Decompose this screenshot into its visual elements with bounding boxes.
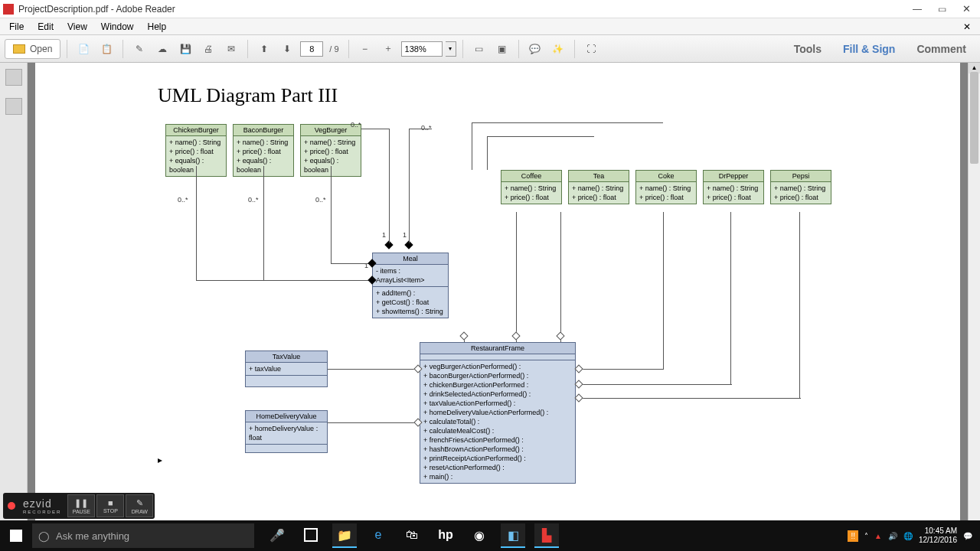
recorder-pause-button[interactable]: ❚❚PAUSE	[67, 494, 95, 517]
pdf-app-icon	[3, 4, 14, 15]
menu-window[interactable]: Window	[95, 20, 140, 34]
sign-icon[interactable]: ✎	[129, 39, 149, 59]
vertical-scrollbar[interactable]: ▲ ▼	[968, 63, 980, 551]
mic-icon[interactable]: 🎤	[265, 523, 289, 548]
cortana-search[interactable]: ◯ Ask me anything	[32, 523, 254, 548]
netbeans-icon[interactable]: ◧	[501, 523, 525, 548]
action-center-icon[interactable]: 💬	[963, 532, 972, 540]
open-button[interactable]: Open	[5, 39, 60, 59]
attachments-icon[interactable]	[5, 98, 22, 115]
save-icon[interactable]: 💾	[175, 39, 195, 59]
edge-icon[interactable]: e	[366, 523, 390, 548]
window-title: ProjectDescription.pdf - Adobe Reader	[18, 4, 906, 15]
search-placeholder: Ask me anything	[56, 530, 129, 542]
zoom-out-icon[interactable]: −	[355, 39, 375, 59]
page-total: / 9	[329, 44, 338, 54]
print-icon[interactable]: 🖨	[198, 39, 218, 59]
recording-indicator-icon	[8, 502, 15, 510]
ezvid-recorder-overlay: ezvid RECORDER ❚❚PAUSE ■STOP ✎DRAW	[3, 493, 155, 519]
hp-icon[interactable]: hp	[433, 523, 458, 548]
page-up-icon[interactable]: ⬆	[254, 39, 274, 59]
folder-icon	[13, 44, 25, 54]
uml-home-delivery: HomeDeliveryValue + homeDeliveryValue : …	[245, 410, 328, 453]
document-close-button[interactable]: ✕	[957, 20, 977, 34]
minimize-button[interactable]: —	[906, 2, 928, 16]
navigation-pane	[0, 63, 28, 551]
tray-volume-icon[interactable]: 🔊	[888, 532, 897, 540]
zoom-in-icon[interactable]: ＋	[378, 39, 398, 59]
windows-taskbar: ◯ Ask me anything 🎤 📁 e 🛍 hp ◉ ◧ ▙ !! ˄ …	[0, 520, 980, 551]
highlight-icon[interactable]: ✨	[548, 39, 568, 59]
start-button[interactable]	[0, 520, 32, 551]
page-number-input[interactable]	[300, 41, 323, 57]
fit-width-icon[interactable]: ▭	[469, 39, 489, 59]
expand-handle-icon[interactable]: ▸	[158, 455, 162, 465]
file-explorer-icon[interactable]: 📁	[332, 523, 357, 548]
tray-security-icon[interactable]: ▲	[874, 532, 882, 540]
save-clipboard-icon[interactable]: 📋	[96, 39, 116, 59]
uml-coke: Coke + name() : String + price() : float	[635, 170, 697, 204]
comment-panel-button[interactable]: Comment	[907, 43, 975, 55]
uml-drpepper: DrPepper + name() : String + price() : f…	[703, 170, 764, 204]
ezvid-logo: ezvid RECORDER	[18, 497, 66, 514]
thumbnails-icon[interactable]	[5, 69, 22, 86]
store-icon[interactable]: 🛍	[400, 523, 424, 548]
read-mode-icon[interactable]: ⛶	[581, 39, 601, 59]
scroll-thumb[interactable]	[970, 72, 978, 164]
tray-chevron-icon[interactable]: ˄	[864, 532, 868, 540]
fit-page-icon[interactable]: ▣	[492, 39, 512, 59]
close-button[interactable]: ✕	[956, 2, 977, 16]
page-down-icon[interactable]: ⬇	[277, 39, 297, 59]
tray-notification-icon[interactable]: !!	[848, 530, 858, 542]
maximize-button[interactable]: ▭	[931, 2, 952, 16]
uml-pepsi: Pepsi + name() : String + price() : floa…	[770, 170, 831, 204]
chrome-icon[interactable]: ◉	[467, 523, 492, 548]
zoom-dropdown-icon[interactable]: ▾	[446, 41, 456, 57]
open-label: Open	[30, 44, 52, 54]
menu-edit[interactable]: Edit	[31, 20, 60, 34]
comment-bubble-icon[interactable]: 💬	[525, 39, 545, 59]
windows-icon	[10, 530, 22, 542]
uml-coffee: Coffee + name() : String + price() : flo…	[501, 170, 562, 204]
system-clock[interactable]: 10:45 AM 12/12/2016	[919, 527, 957, 545]
cloud-icon[interactable]: ☁	[152, 39, 172, 59]
recorder-draw-button[interactable]: ✎DRAW	[126, 494, 153, 517]
recorder-stop-button[interactable]: ■STOP	[96, 494, 124, 517]
cortana-circle-icon: ◯	[38, 530, 50, 542]
uml-tea: Tea + name() : String + price() : float	[568, 170, 629, 204]
tools-panel-button[interactable]: Tools	[785, 43, 831, 55]
menu-help[interactable]: Help	[142, 20, 173, 34]
uml-tax-value: TaxValue + taxValue	[245, 350, 328, 387]
adobe-reader-taskbar-icon[interactable]: ▙	[534, 523, 559, 548]
uml-meal: Meal - items : ArrayList<Item> + addItem…	[372, 253, 449, 318]
zoom-select[interactable]: 138%	[401, 41, 443, 57]
email-icon[interactable]: ✉	[221, 39, 241, 59]
document-viewport[interactable]: UML Diagram Part III ChickenBurger + nam…	[28, 63, 968, 551]
create-pdf-icon[interactable]: 📄	[74, 39, 93, 59]
page-heading: UML Diagram Part III	[158, 84, 338, 107]
tray-network-icon[interactable]: 🌐	[903, 532, 913, 540]
uml-restaurant-frame: RestaurantFrame + vegBurgerActionPerform…	[420, 342, 576, 484]
menu-file[interactable]: File	[3, 20, 30, 34]
task-view-icon[interactable]	[299, 523, 323, 548]
menu-view[interactable]: View	[61, 20, 93, 34]
pdf-page: UML Diagram Part III ChickenBurger + nam…	[35, 63, 960, 551]
fill-sign-panel-button[interactable]: Fill & Sign	[834, 43, 904, 55]
